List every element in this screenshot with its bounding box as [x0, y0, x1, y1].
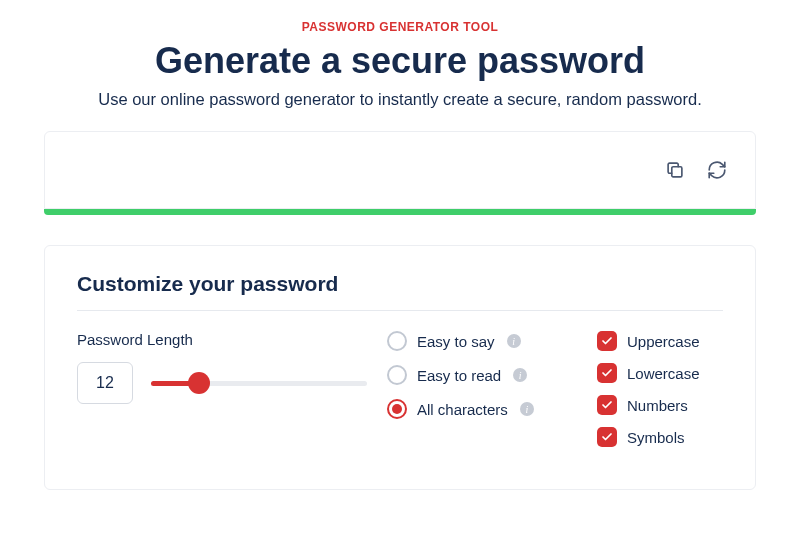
- mode-column: Easy to say i Easy to read i All charact…: [387, 331, 577, 459]
- password-actions: [663, 158, 729, 182]
- option-numbers[interactable]: Numbers: [597, 395, 723, 415]
- divider: [77, 310, 723, 311]
- length-column: Password Length: [77, 331, 367, 459]
- regenerate-button[interactable]: [705, 158, 729, 182]
- radio-icon: [387, 331, 407, 351]
- checkbox-icon: [597, 331, 617, 351]
- checkbox-icon: [597, 395, 617, 415]
- option-lowercase[interactable]: Lowercase: [597, 363, 723, 383]
- copy-icon: [664, 159, 686, 181]
- option-symbols[interactable]: Symbols: [597, 427, 723, 447]
- option-label: Uppercase: [627, 333, 700, 350]
- strength-bar: [44, 209, 756, 215]
- radio-icon: [387, 365, 407, 385]
- eyebrow-label: PASSWORD GENERATOR TOOL: [44, 20, 756, 34]
- mode-label: All characters: [417, 401, 508, 418]
- options-column: Uppercase Lowercase Numbers: [597, 331, 723, 459]
- option-uppercase[interactable]: Uppercase: [597, 331, 723, 351]
- info-icon[interactable]: i: [513, 368, 527, 382]
- copy-button[interactable]: [663, 158, 687, 182]
- svg-rect-0: [672, 167, 682, 177]
- option-label: Symbols: [627, 429, 685, 446]
- page-title: Generate a secure password: [44, 40, 756, 82]
- mode-label: Easy to say: [417, 333, 495, 350]
- length-input[interactable]: [77, 362, 133, 404]
- customize-card: Customize your password Password Length: [44, 245, 756, 490]
- refresh-icon: [706, 159, 728, 181]
- password-display-card: [44, 131, 756, 209]
- slider-thumb[interactable]: [188, 372, 210, 394]
- page-subtitle: Use our online password generator to ins…: [44, 90, 756, 109]
- mode-all-characters[interactable]: All characters i: [387, 399, 577, 419]
- info-icon[interactable]: i: [520, 402, 534, 416]
- length-label: Password Length: [77, 331, 367, 348]
- checkbox-icon: [597, 363, 617, 383]
- length-slider[interactable]: [151, 373, 367, 393]
- checkbox-icon: [597, 427, 617, 447]
- option-label: Lowercase: [627, 365, 700, 382]
- option-label: Numbers: [627, 397, 688, 414]
- info-icon[interactable]: i: [507, 334, 521, 348]
- customize-title: Customize your password: [77, 272, 723, 296]
- mode-easy-to-read[interactable]: Easy to read i: [387, 365, 577, 385]
- radio-icon: [387, 399, 407, 419]
- mode-easy-to-say[interactable]: Easy to say i: [387, 331, 577, 351]
- mode-label: Easy to read: [417, 367, 501, 384]
